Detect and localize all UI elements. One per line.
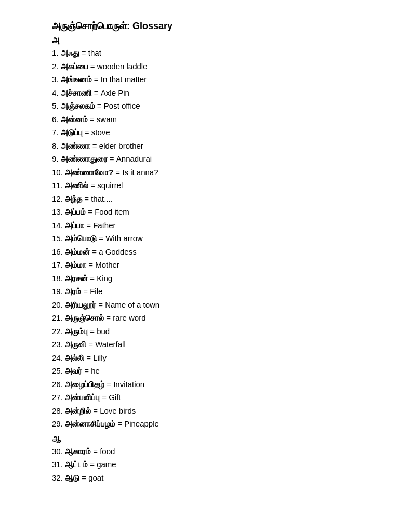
item-tamil: அன்பளிப்பு bbox=[65, 393, 100, 402]
item-english: Love birds bbox=[100, 406, 136, 415]
item-tamil: அம்பொடு bbox=[65, 234, 97, 243]
item-tamil: அப்பம் bbox=[65, 207, 86, 216]
item-equals: = bbox=[86, 260, 95, 269]
item-equals: = bbox=[92, 88, 101, 97]
list-item: 14. அப்பா = Father bbox=[52, 220, 373, 232]
item-equals: = bbox=[82, 194, 91, 203]
item-tamil: அரும்பு bbox=[65, 327, 88, 336]
item-equals: = bbox=[88, 115, 97, 124]
item-english: wooden laddle bbox=[97, 62, 148, 71]
item-equals: = bbox=[83, 128, 91, 137]
list-item: 15. அம்பொடு = With arrow bbox=[52, 233, 373, 245]
list-item: 9. அண்ணாதுரை = Annadurai bbox=[52, 153, 373, 165]
item-number: 18. bbox=[52, 274, 65, 283]
item-equals: = bbox=[79, 48, 88, 57]
item-equals: = bbox=[84, 353, 93, 362]
item-number: 17. bbox=[52, 260, 65, 269]
item-tamil: அவர் bbox=[65, 366, 82, 375]
item-number: 19. bbox=[52, 287, 65, 296]
list-item: 28. அன்றில் = Love birds bbox=[52, 405, 373, 417]
item-tamil: அகப்பை bbox=[61, 62, 88, 71]
item-tamil: அடுப்பு bbox=[61, 128, 83, 137]
item-english: that.... bbox=[91, 194, 113, 203]
item-english: In that matter bbox=[101, 75, 147, 84]
list-item: 18. அரசன் = King bbox=[52, 273, 373, 285]
item-english: Mother bbox=[95, 260, 119, 269]
item-number: 28. bbox=[52, 406, 65, 415]
item-english: he bbox=[91, 366, 100, 375]
item-number: 20. bbox=[52, 300, 65, 309]
item-tamil: அரசன் bbox=[65, 274, 88, 283]
item-english: Food item bbox=[95, 207, 129, 216]
item-equals: = bbox=[84, 221, 93, 230]
item-equals: = bbox=[82, 366, 91, 375]
item-english: Name of a town bbox=[105, 300, 159, 309]
item-equals: = bbox=[86, 340, 95, 349]
item-equals: = bbox=[100, 393, 109, 402]
item-english: Gift bbox=[109, 393, 121, 402]
item-english: Invitation bbox=[113, 380, 144, 389]
item-tamil: அஃது bbox=[61, 48, 79, 57]
list-item: 25. அவர் = he bbox=[52, 365, 373, 377]
list-item: 27. அன்பளிப்பு = Gift bbox=[52, 392, 373, 404]
page-container: அருஞ்சொற்பொருள்: Glossary அ1. அஃது = tha… bbox=[52, 21, 373, 484]
item-english: Pineapple bbox=[124, 419, 159, 428]
list-item: 29. அன்னாசிப்பழம் = Pineapple bbox=[52, 418, 373, 430]
item-number: 26. bbox=[52, 380, 65, 389]
list-item: 5. அஞ்சலகம் = Post office bbox=[52, 100, 373, 112]
list-item: 32. ஆடு = goat bbox=[52, 472, 373, 484]
item-number: 21. bbox=[52, 313, 65, 322]
item-tamil: ஆகாரம் bbox=[65, 447, 91, 456]
item-tamil: அரியலூர் bbox=[65, 300, 96, 309]
glossary-list-1: 30. ஆகாரம் = food31. ஆட்டம் = game32. ஆட… bbox=[52, 446, 373, 484]
item-number: 1. bbox=[52, 48, 61, 57]
item-english: With arrow bbox=[105, 234, 143, 243]
item-tamil: அல்லி bbox=[65, 353, 84, 362]
item-number: 3. bbox=[52, 75, 61, 84]
item-number: 9. bbox=[52, 154, 61, 163]
list-item: 17. அம்மா = Mother bbox=[52, 259, 373, 271]
list-item: 8. அண்ணா = elder brother bbox=[52, 140, 373, 152]
list-item: 13. அப்பம் = Food item bbox=[52, 206, 373, 218]
item-number: 29. bbox=[52, 419, 65, 428]
item-english: food bbox=[100, 447, 115, 456]
item-number: 31. bbox=[52, 460, 65, 469]
item-tamil: அச்சாணி bbox=[61, 88, 92, 97]
item-english: File bbox=[90, 287, 102, 296]
item-number: 5. bbox=[52, 101, 61, 110]
item-tamil: அணில் bbox=[65, 181, 88, 190]
list-item: 3. அங்ஙனம் = In that matter bbox=[52, 74, 373, 86]
item-number: 23. bbox=[52, 340, 65, 349]
item-tamil: ஆட்டம் bbox=[65, 460, 88, 469]
item-number: 14. bbox=[52, 221, 65, 230]
item-equals: = bbox=[91, 406, 100, 415]
item-tamil: அஞ்சலகம் bbox=[61, 101, 95, 110]
item-tamil: அண்ணா bbox=[61, 141, 90, 150]
item-number: 16. bbox=[52, 247, 65, 256]
item-number: 30. bbox=[52, 447, 65, 456]
item-number: 4. bbox=[52, 88, 61, 97]
item-equals: = bbox=[97, 234, 105, 243]
item-english: Annadurai bbox=[116, 154, 152, 163]
glossary-list-0: 1. அஃது = that2. அகப்பை = wooden laddle3… bbox=[52, 47, 373, 430]
item-number: 13. bbox=[52, 207, 65, 216]
item-english: King bbox=[97, 274, 112, 283]
item-equals: = bbox=[90, 141, 99, 150]
list-item: 2. அகப்பை = wooden laddle bbox=[52, 61, 373, 73]
item-number: 12. bbox=[52, 194, 65, 203]
item-number: 32. bbox=[52, 473, 65, 482]
item-equals: = bbox=[88, 327, 97, 336]
list-item: 24. அல்லி = Lilly bbox=[52, 352, 373, 364]
item-equals: = bbox=[104, 313, 113, 322]
item-equals: = bbox=[113, 168, 122, 177]
item-equals: = bbox=[88, 62, 97, 71]
item-tamil: அருவி bbox=[65, 340, 86, 349]
item-number: 11. bbox=[52, 181, 65, 190]
item-english: rare word bbox=[113, 313, 145, 322]
section-header-1: ஆ bbox=[52, 434, 373, 444]
item-number: 2. bbox=[52, 62, 61, 71]
item-equals: = bbox=[88, 274, 97, 283]
item-number: 8. bbox=[52, 141, 61, 150]
list-item: 11. அணில் = squirrel bbox=[52, 180, 373, 192]
item-english: Father bbox=[93, 221, 115, 230]
